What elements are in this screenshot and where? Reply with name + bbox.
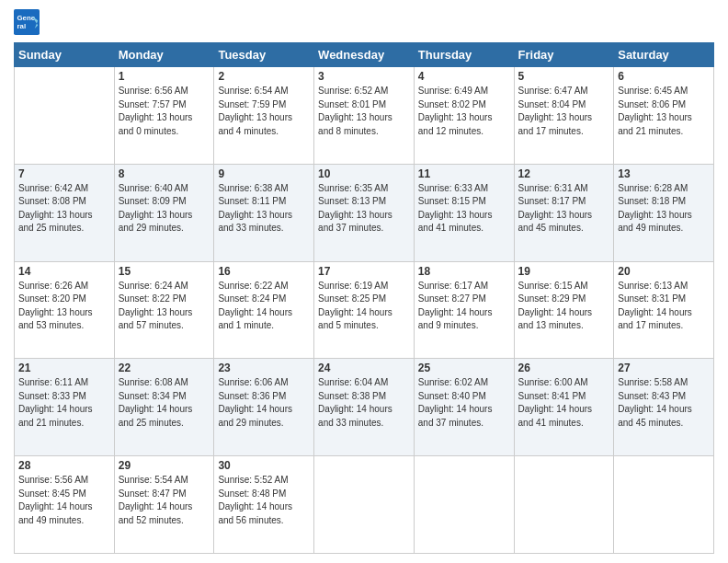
sunset-label: Sunset: 8:18 PM (618, 196, 686, 206)
calendar-cell-3-1: 14 Sunrise: 6:26 AM Sunset: 8:20 PM Dayl… (15, 261, 115, 359)
day-info: Sunrise: 6:56 AM Sunset: 7:57 PM Dayligh… (119, 85, 210, 138)
calendar-cell-2-5: 11 Sunrise: 6:33 AM Sunset: 8:15 PM Dayl… (414, 164, 514, 261)
day-info: Sunrise: 5:52 AM Sunset: 8:48 PM Dayligh… (218, 474, 310, 527)
day-info: Sunrise: 6:17 AM Sunset: 8:27 PM Dayligh… (418, 280, 510, 333)
calendar-cell-1-5: 4 Sunrise: 6:49 AM Sunset: 8:02 PM Dayli… (414, 67, 514, 165)
day-info: Sunrise: 6:47 AM Sunset: 8:04 PM Dayligh… (518, 85, 610, 138)
sunset-label: Sunset: 8:15 PM (418, 196, 486, 206)
day-info: Sunrise: 6:00 AM Sunset: 8:41 PM Dayligh… (518, 376, 610, 430)
calendar-cell-4-3: 23 Sunrise: 6:06 AM Sunset: 8:36 PM Dayl… (214, 359, 314, 456)
daylight-label: Daylight: 13 hours and 4 minutes. (218, 112, 292, 136)
day-number: 16 (218, 265, 310, 278)
day-number: 17 (318, 265, 410, 278)
sunrise-label: Sunrise: 6:45 AM (618, 86, 688, 96)
sunset-label: Sunset: 8:41 PM (518, 391, 586, 401)
day-number: 10 (318, 167, 410, 180)
sunrise-label: Sunrise: 5:56 AM (18, 475, 88, 485)
sunset-label: Sunset: 8:36 PM (218, 391, 286, 401)
day-info: Sunrise: 5:54 AM Sunset: 8:47 PM Dayligh… (119, 474, 210, 527)
sunrise-label: Sunrise: 6:40 AM (119, 183, 188, 193)
sunrise-label: Sunrise: 6:00 AM (518, 377, 588, 387)
daylight-label: Daylight: 13 hours and 57 minutes. (119, 307, 193, 331)
sunrise-label: Sunrise: 6:06 AM (218, 377, 288, 387)
sunset-label: Sunset: 8:02 PM (418, 99, 486, 109)
day-number: 18 (418, 265, 510, 278)
calendar-week-3: 14 Sunrise: 6:26 AM Sunset: 8:20 PM Dayl… (15, 261, 714, 359)
sunset-label: Sunset: 8:13 PM (318, 196, 386, 206)
day-info: Sunrise: 5:58 AM Sunset: 8:43 PM Dayligh… (618, 376, 710, 430)
day-number: 20 (618, 265, 710, 278)
calendar-cell-4-4: 24 Sunrise: 6:04 AM Sunset: 8:38 PM Dayl… (314, 359, 415, 456)
daylight-label: Daylight: 14 hours and 33 minutes. (318, 404, 392, 428)
calendar-cell-1-4: 3 Sunrise: 6:52 AM Sunset: 8:01 PM Dayli… (314, 67, 415, 165)
sunset-label: Sunset: 8:33 PM (18, 391, 86, 401)
sunrise-label: Sunrise: 6:35 AM (318, 183, 388, 193)
header-tuesday: Tuesday (214, 43, 314, 67)
day-number: 1 (119, 70, 210, 83)
daylight-label: Daylight: 13 hours and 45 minutes. (518, 210, 593, 234)
calendar-cell-2-1: 7 Sunrise: 6:42 AM Sunset: 8:08 PM Dayli… (15, 164, 115, 261)
day-info: Sunrise: 6:24 AM Sunset: 8:22 PM Dayligh… (119, 280, 210, 333)
day-info: Sunrise: 6:15 AM Sunset: 8:29 PM Dayligh… (518, 280, 610, 333)
calendar-cell-4-5: 25 Sunrise: 6:02 AM Sunset: 8:40 PM Dayl… (414, 359, 514, 456)
day-info: Sunrise: 6:04 AM Sunset: 8:38 PM Dayligh… (318, 376, 410, 430)
day-number: 2 (218, 70, 310, 83)
calendar-cell-1-3: 2 Sunrise: 6:54 AM Sunset: 7:59 PM Dayli… (214, 67, 314, 165)
day-number: 27 (618, 362, 710, 374)
calendar-cell-3-7: 20 Sunrise: 6:13 AM Sunset: 8:31 PM Dayl… (614, 261, 714, 359)
sunset-label: Sunset: 8:09 PM (119, 196, 187, 206)
sunrise-label: Sunrise: 6:31 AM (518, 183, 588, 193)
sunset-label: Sunset: 7:57 PM (119, 99, 187, 109)
daylight-label: Daylight: 14 hours and 37 minutes. (418, 404, 493, 428)
sunrise-label: Sunrise: 6:47 AM (518, 86, 588, 96)
day-info: Sunrise: 6:13 AM Sunset: 8:31 PM Dayligh… (618, 280, 710, 333)
day-number: 6 (618, 70, 710, 83)
day-number: 12 (518, 167, 610, 180)
sunrise-label: Sunrise: 6:33 AM (418, 183, 488, 193)
header-saturday: Saturday (614, 43, 714, 67)
daylight-label: Daylight: 14 hours and 9 minutes. (418, 307, 493, 331)
daylight-label: Daylight: 14 hours and 52 minutes. (119, 501, 193, 525)
svg-text:ral: ral (17, 22, 27, 30)
header-thursday: Thursday (414, 43, 514, 67)
sunset-label: Sunset: 8:31 PM (618, 293, 686, 304)
calendar-cell-4-1: 21 Sunrise: 6:11 AM Sunset: 8:33 PM Dayl… (15, 359, 115, 456)
sunset-label: Sunset: 8:08 PM (18, 196, 86, 206)
sunset-label: Sunset: 8:01 PM (318, 99, 386, 109)
day-number: 19 (518, 265, 610, 278)
day-number: 7 (18, 167, 110, 180)
day-info: Sunrise: 6:40 AM Sunset: 8:09 PM Dayligh… (119, 182, 210, 236)
day-number: 24 (318, 362, 410, 374)
sunset-label: Sunset: 8:29 PM (518, 293, 586, 304)
sunrise-label: Sunrise: 6:04 AM (318, 377, 388, 387)
calendar-cell-4-6: 26 Sunrise: 6:00 AM Sunset: 8:41 PM Dayl… (514, 359, 614, 456)
daylight-label: Daylight: 13 hours and 8 minutes. (318, 112, 392, 136)
day-number: 4 (418, 70, 510, 83)
calendar-week-4: 21 Sunrise: 6:11 AM Sunset: 8:33 PM Dayl… (15, 359, 714, 456)
day-info: Sunrise: 6:22 AM Sunset: 8:24 PM Dayligh… (218, 280, 310, 333)
daylight-label: Daylight: 14 hours and 25 minutes. (119, 404, 193, 428)
sunrise-label: Sunrise: 6:19 AM (318, 281, 388, 291)
sunset-label: Sunset: 8:27 PM (418, 293, 486, 304)
sunset-label: Sunset: 8:17 PM (518, 196, 586, 206)
day-info: Sunrise: 6:49 AM Sunset: 8:02 PM Dayligh… (418, 85, 510, 138)
sunset-label: Sunset: 8:04 PM (518, 99, 586, 109)
sunrise-label: Sunrise: 6:26 AM (18, 281, 88, 291)
daylight-label: Daylight: 13 hours and 17 minutes. (518, 112, 593, 136)
day-number: 13 (618, 167, 710, 180)
day-number: 8 (119, 167, 210, 180)
day-number: 30 (218, 459, 310, 472)
day-number: 3 (318, 70, 410, 83)
calendar-cell-5-6 (514, 456, 614, 554)
daylight-label: Daylight: 14 hours and 45 minutes. (618, 404, 692, 428)
calendar-cell-5-1: 28 Sunrise: 5:56 AM Sunset: 8:45 PM Dayl… (15, 456, 115, 554)
sunset-label: Sunset: 8:34 PM (119, 391, 187, 401)
daylight-label: Daylight: 13 hours and 41 minutes. (418, 210, 493, 234)
calendar-cell-2-4: 10 Sunrise: 6:35 AM Sunset: 8:13 PM Dayl… (314, 164, 415, 261)
sunset-label: Sunset: 8:43 PM (618, 391, 686, 401)
day-info: Sunrise: 6:42 AM Sunset: 8:08 PM Dayligh… (18, 182, 110, 236)
day-info: Sunrise: 6:19 AM Sunset: 8:25 PM Dayligh… (318, 280, 410, 333)
day-info: Sunrise: 6:54 AM Sunset: 7:59 PM Dayligh… (218, 85, 310, 138)
day-info: Sunrise: 6:31 AM Sunset: 8:17 PM Dayligh… (518, 182, 610, 236)
calendar-cell-5-2: 29 Sunrise: 5:54 AM Sunset: 8:47 PM Dayl… (114, 456, 214, 554)
